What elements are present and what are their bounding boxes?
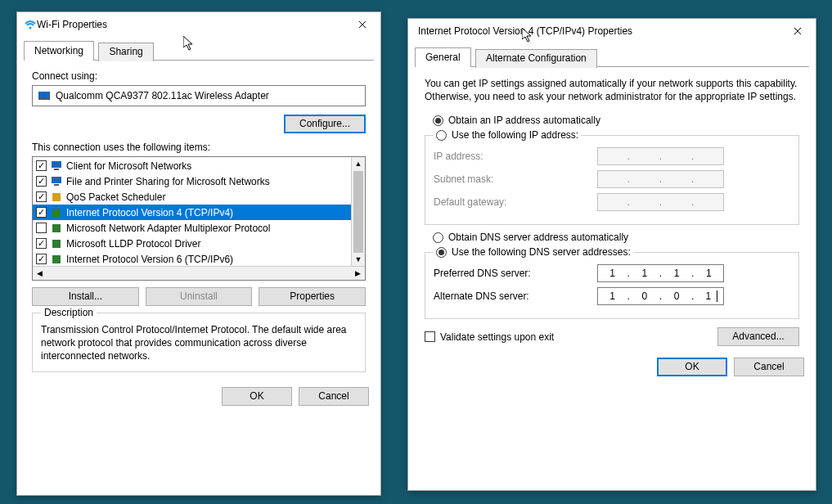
dns-manual-group: Use the following DNS server addresses: … — [425, 246, 799, 319]
ip-address-label: IP address: — [434, 151, 597, 162]
wifi-titlebar[interactable]: Wi-Fi Properties — [17, 12, 380, 37]
properties-button[interactable]: Properties — [259, 287, 366, 306]
scroll-up-icon[interactable]: ▲ — [352, 157, 365, 171]
ipv4-titlebar[interactable]: Internet Protocol Version 4 (TCP/IPv4) P… — [408, 19, 816, 43]
list-item[interactable]: ✓File and Printer Sharing for Microsoft … — [33, 173, 351, 189]
description-text: Transmission Control Protocol/Internet P… — [41, 323, 357, 363]
ipv4-title: Internet Protocol Version 4 (TCP/IPv4) P… — [415, 25, 780, 37]
item-checkbox[interactable]: ✓ — [36, 238, 47, 249]
tab-general[interactable]: General — [415, 47, 471, 67]
protocol-icon — [50, 253, 63, 266]
svg-point-0 — [29, 27, 32, 29]
wifi-tabs: Networking Sharing — [24, 40, 374, 61]
svg-rect-11 — [52, 255, 61, 263]
list-item[interactable]: ✓Internet Protocol Version 4 (TCP/IPv4) — [33, 205, 351, 220]
item-checkbox[interactable]: ✓ — [36, 207, 47, 218]
svg-rect-4 — [54, 169, 59, 170]
svg-rect-10 — [52, 240, 61, 248]
advanced-button[interactable]: Advanced... — [717, 327, 799, 346]
dns-manual-label: Use the following DNS server addresses: — [452, 246, 631, 258]
cancel-button[interactable]: Cancel — [299, 387, 369, 406]
list-item[interactable]: ✓Client for Microsoft Networks — [33, 158, 351, 173]
list-item[interactable]: ✓Internet Protocol Version 6 (TCP/IPv6) — [33, 251, 351, 266]
wifi-properties-window: Wi-Fi Properties Networking Sharing Conn… — [16, 11, 381, 496]
description-group: Description Transmission Control Protoco… — [32, 313, 366, 372]
adapter-box[interactable]: Qualcomm QCA9377 802.11ac Wireless Adapt… — [32, 85, 366, 106]
items-listbox[interactable]: ✓Client for Microsoft Networks✓File and … — [32, 156, 366, 281]
scroll-left-icon[interactable]: ◀ — [33, 267, 47, 280]
item-label: Internet Protocol Version 6 (TCP/IPv6) — [66, 254, 233, 265]
item-checkbox[interactable]: ✓ — [36, 191, 47, 202]
protocol-icon — [50, 191, 63, 204]
item-checkbox[interactable]: ✓ — [36, 160, 47, 171]
item-checkbox[interactable]: ✓ — [36, 254, 47, 264]
svg-rect-3 — [52, 161, 61, 168]
dns-manual-radio-row[interactable]: Use the following DNS server addresses: — [436, 246, 631, 258]
list-vertical-scrollbar[interactable]: ▲ ▼ — [351, 157, 365, 266]
cancel-button[interactable]: Cancel — [734, 358, 804, 376]
preferred-dns-input[interactable]: 1. 1. 1. 1 — [597, 264, 724, 282]
ip-auto-radio-row[interactable]: Obtain an IP address automatically — [433, 115, 799, 126]
svg-rect-1 — [38, 92, 50, 98]
list-item[interactable]: Microsoft Network Adapter Multiplexor Pr… — [33, 220, 351, 236]
wifi-icon — [24, 18, 37, 31]
ip-manual-group: Use the following IP address: IP address… — [425, 129, 799, 225]
svg-rect-8 — [52, 209, 61, 217]
radio-selected-icon — [436, 247, 447, 258]
ipv4-tabs: General Alternate Configuration — [415, 47, 809, 67]
list-item[interactable]: ✓QoS Packet Scheduler — [33, 189, 351, 205]
svg-rect-7 — [52, 193, 61, 201]
list-item[interactable]: ✓Microsoft LLDP Protocol Driver — [33, 236, 351, 251]
alternate-dns-label: Alternate DNS server: — [434, 290, 597, 302]
close-icon — [358, 20, 367, 29]
item-label: File and Printer Sharing for Microsoft N… — [66, 176, 270, 187]
item-label: Microsoft LLDP Protocol Driver — [66, 238, 201, 250]
scroll-thumb[interactable] — [353, 171, 363, 253]
ipv4-properties-window: Internet Protocol Version 4 (TCP/IPv4) P… — [407, 18, 816, 491]
ip-manual-radio-row[interactable]: Use the following IP address: — [436, 129, 578, 141]
protocol-icon — [50, 206, 63, 219]
tab-alternate-configuration[interactable]: Alternate Configuration — [475, 49, 597, 68]
scroll-right-icon[interactable]: ▶ — [351, 267, 365, 280]
svg-rect-2 — [38, 98, 50, 100]
radio-unselected-icon — [436, 130, 447, 141]
ip-address-input: ... — [597, 147, 724, 165]
item-label: Microsoft Network Adapter Multiplexor Pr… — [66, 223, 270, 234]
adapter-name: Qualcomm QCA9377 802.11ac Wireless Adapt… — [56, 90, 269, 101]
subnet-mask-label: Subnet mask: — [434, 173, 597, 185]
radio-unselected-icon — [433, 232, 443, 243]
default-gateway-input: ... — [597, 193, 724, 211]
validate-checkbox[interactable] — [425, 331, 435, 342]
svg-rect-6 — [54, 184, 59, 186]
item-checkbox[interactable]: ✓ — [36, 176, 47, 187]
ok-button[interactable]: OK — [222, 387, 292, 406]
ipv4-intro-text: You can get IP settings assigned automat… — [425, 77, 799, 103]
close-icon — [794, 27, 802, 35]
default-gateway-label: Default gateway: — [434, 196, 597, 208]
close-button[interactable] — [780, 19, 816, 43]
item-label: QoS Packet Scheduler — [66, 191, 165, 203]
configure-button[interactable]: Configure... — [284, 115, 366, 133]
item-label: Internet Protocol Version 4 (TCP/IPv4) — [66, 207, 233, 218]
item-checkbox[interactable] — [36, 223, 47, 233]
close-button[interactable] — [344, 12, 380, 37]
install-button[interactable]: Install... — [32, 287, 139, 306]
nic-icon — [38, 89, 51, 102]
subnet-mask-input: ... — [597, 170, 724, 188]
list-horizontal-scrollbar[interactable]: ◀ ▶ — [33, 266, 365, 280]
dns-auto-radio-row[interactable]: Obtain DNS server address automatically — [433, 232, 799, 243]
ok-button[interactable]: OK — [657, 358, 727, 376]
alternate-dns-input[interactable]: 1. 0. 0. 1 — [597, 287, 724, 305]
scroll-down-icon[interactable]: ▼ — [352, 253, 365, 267]
ip-manual-label: Use the following IP address: — [452, 129, 578, 141]
uninstall-button: Uninstall — [146, 287, 253, 306]
protocol-icon — [50, 222, 63, 235]
dns-auto-label: Obtain DNS server address automatically — [448, 232, 628, 243]
tab-networking[interactable]: Networking — [24, 41, 94, 61]
connect-using-label: Connect using: — [32, 70, 366, 82]
radio-selected-icon — [433, 115, 443, 126]
wifi-body: Connect using: Qualcomm QCA9377 802.11ac… — [17, 61, 380, 380]
preferred-dns-label: Preferred DNS server: — [434, 268, 597, 279]
tab-sharing[interactable]: Sharing — [98, 43, 153, 61]
ipv4-body: You can get IP settings assigned automat… — [408, 67, 816, 351]
